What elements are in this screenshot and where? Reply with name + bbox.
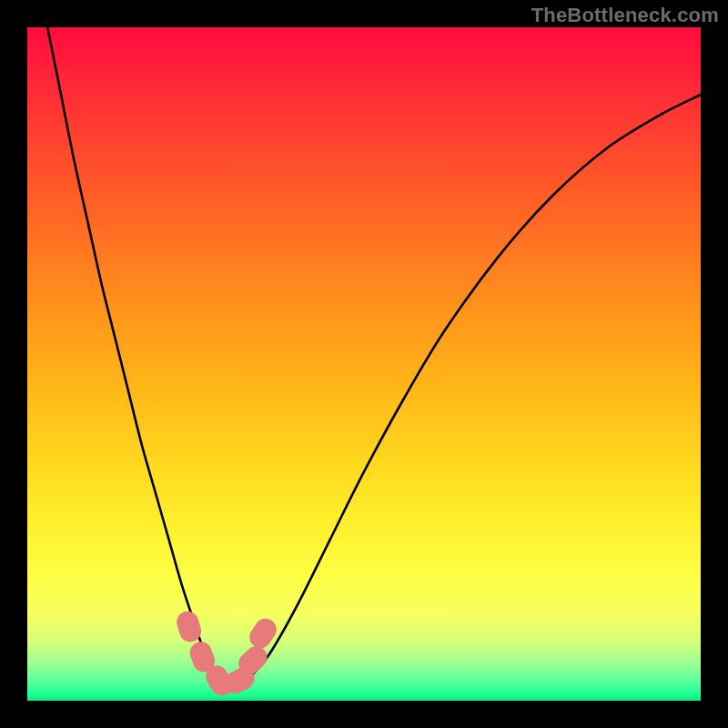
curve-line xyxy=(47,27,701,687)
curve-svg xyxy=(27,27,701,701)
watermark-label: TheBottleneck.com xyxy=(531,4,719,27)
bottleneck-curve-path xyxy=(47,27,701,687)
chart-frame: TheBottleneck.com xyxy=(0,0,728,728)
marker-group xyxy=(174,609,280,700)
gradient-plot-area xyxy=(27,27,701,701)
